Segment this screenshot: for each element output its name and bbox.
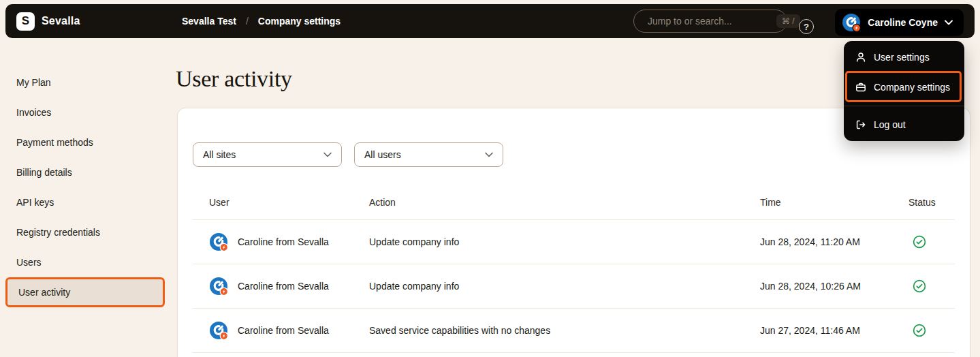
column-header-action: Action bbox=[369, 197, 760, 208]
global-search[interactable]: ⌘ / bbox=[633, 10, 787, 33]
breadcrumb-separator: / bbox=[246, 16, 249, 27]
users-filter-select[interactable]: All users bbox=[354, 142, 503, 167]
menu-divider bbox=[844, 106, 964, 106]
activity-table: User Action Time Status Caroline from Se… bbox=[193, 185, 955, 353]
user-menu-button[interactable]: Caroline Coyne bbox=[835, 9, 964, 36]
success-check-icon bbox=[913, 279, 926, 293]
table-row: Caroline from Sevalla Update company inf… bbox=[193, 220, 955, 264]
sidebar-item-label: Users bbox=[16, 257, 42, 268]
users-filter-value: All users bbox=[364, 149, 401, 160]
sites-filter-select[interactable]: All sites bbox=[193, 142, 342, 167]
column-header-user: User bbox=[193, 197, 369, 208]
sidebar-item-label: Payment methods bbox=[16, 137, 93, 148]
row-action: Saved service capabilities with no chang… bbox=[369, 325, 760, 336]
sidebar-item-users[interactable]: Users bbox=[5, 247, 165, 277]
menu-item-label: User settings bbox=[874, 52, 930, 63]
sidebar-item-label: Billing details bbox=[16, 167, 72, 178]
search-shortcut-badge: ⌘ / bbox=[776, 14, 800, 28]
row-user-name: Caroline from Sevalla bbox=[238, 281, 329, 292]
sidebar-item-my-plan[interactable]: My Plan bbox=[5, 67, 165, 97]
sidebar-item-label: Invoices bbox=[16, 107, 51, 118]
sidebar-item-payment-methods[interactable]: Payment methods bbox=[5, 127, 165, 157]
sidebar-item-label: User activity bbox=[18, 287, 70, 298]
chevron-down-icon bbox=[945, 20, 953, 25]
sidebar-item-api-keys[interactable]: API keys bbox=[5, 187, 165, 217]
breadcrumb-item-page[interactable]: Company settings bbox=[258, 16, 341, 27]
menu-item-log-out[interactable]: Log out bbox=[844, 110, 964, 140]
help-button[interactable]: ? bbox=[799, 19, 814, 34]
sevalla-logo-icon: S bbox=[16, 12, 35, 31]
row-user-name: Caroline from Sevalla bbox=[238, 236, 329, 247]
column-header-time: Time bbox=[760, 197, 908, 208]
user-name: Caroline Coyne bbox=[868, 17, 938, 28]
row-status bbox=[908, 235, 955, 249]
search-input[interactable] bbox=[648, 16, 771, 27]
user-dropdown-menu: User settings Company settings Log out bbox=[844, 41, 964, 141]
user-avatar bbox=[209, 277, 228, 296]
sidebar-item-label: API keys bbox=[16, 197, 54, 208]
row-time: Jun 28, 2024, 11:20 AM bbox=[760, 236, 908, 247]
table-header-row: User Action Time Status bbox=[193, 185, 955, 220]
table-row: Caroline from Sevalla Saved service capa… bbox=[193, 309, 955, 353]
sidebar-item-user-activity[interactable]: User activity bbox=[5, 277, 165, 307]
breadcrumb: Sevalla Test / Company settings bbox=[182, 4, 341, 38]
column-header-status: Status bbox=[908, 197, 955, 208]
sidebar-item-billing-details[interactable]: Billing details bbox=[5, 157, 165, 187]
user-avatar bbox=[209, 232, 228, 251]
row-status bbox=[908, 324, 955, 337]
sidebar-item-label: My Plan bbox=[16, 77, 51, 88]
table-row: Caroline from Sevalla Update company inf… bbox=[193, 264, 955, 309]
person-icon bbox=[855, 52, 866, 63]
logout-icon bbox=[855, 119, 866, 130]
success-check-icon bbox=[913, 324, 926, 337]
row-time: Jun 27, 2024, 11:46 AM bbox=[760, 325, 908, 336]
row-status bbox=[908, 279, 955, 293]
menu-item-company-settings[interactable]: Company settings bbox=[844, 72, 964, 102]
menu-item-label: Log out bbox=[874, 119, 906, 130]
menu-item-user-settings[interactable]: User settings bbox=[844, 42, 964, 72]
filters-row: All sites All users bbox=[193, 142, 970, 167]
row-time: Jun 28, 2024, 10:26 AM bbox=[760, 281, 908, 292]
briefcase-icon bbox=[855, 82, 866, 93]
success-check-icon bbox=[913, 235, 926, 249]
user-activity-card: All sites All users User Action Time Sta… bbox=[177, 108, 970, 357]
sites-filter-value: All sites bbox=[203, 149, 236, 160]
brand-name: Sevalla bbox=[42, 15, 80, 27]
top-navigation-bar: S Sevalla Sevalla Test / Company setting… bbox=[5, 4, 975, 38]
sidebar-item-label: Registry credentials bbox=[16, 227, 100, 238]
chevron-down-icon bbox=[485, 152, 493, 157]
brand-logo[interactable]: S Sevalla bbox=[16, 12, 80, 31]
page-title: User activity bbox=[176, 66, 292, 92]
chevron-down-icon bbox=[323, 152, 332, 157]
sidebar-item-registry-credentials[interactable]: Registry credentials bbox=[5, 217, 165, 247]
user-avatar bbox=[209, 321, 228, 340]
row-action: Update company info bbox=[369, 281, 760, 292]
sidebar-item-invoices[interactable]: Invoices bbox=[5, 97, 165, 127]
user-avatar bbox=[842, 13, 861, 32]
row-action: Update company info bbox=[369, 236, 760, 247]
breadcrumb-item-company[interactable]: Sevalla Test bbox=[182, 16, 236, 27]
menu-item-label: Company settings bbox=[874, 82, 950, 93]
settings-sidebar: My Plan Invoices Payment methods Billing… bbox=[5, 67, 165, 307]
row-user-name: Caroline from Sevalla bbox=[238, 325, 329, 336]
